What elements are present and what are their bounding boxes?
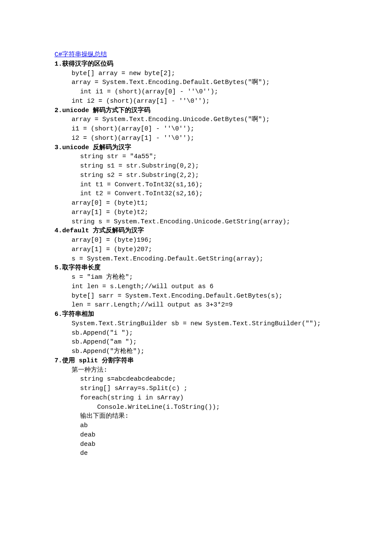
code-line: string str = "4a55";	[55, 152, 366, 162]
code-line: sb.Append("am ");	[55, 338, 366, 347]
section-7: 7.使用 split 分割字符串 第一种方法: string s=abcdeab…	[55, 356, 366, 458]
section-5: 5.取字符串长度 s = "iam 方枪枪"; int len = s.Leng…	[55, 263, 366, 310]
section-heading: 4.default 方式反解码为汉字	[55, 226, 366, 236]
code-line: string[] sArray=s.Split(c) ;	[55, 384, 366, 393]
code-line: byte[] sarr = System.Text.Encoding.Defau…	[55, 292, 366, 301]
code-line: int i2 = (short)(array[1] - ''\0'');	[55, 97, 366, 106]
code-line: s = "iam 方枪枪";	[55, 273, 366, 282]
code-line: int t1 = Convert.ToInt32(s1,16);	[55, 180, 366, 190]
code-line: string s2 = str.Substring(2,2);	[55, 171, 366, 180]
code-line: array[1] = (byte)t2;	[55, 208, 366, 217]
code-line: array = System.Text.Encoding.Default.Get…	[55, 78, 366, 87]
document-page: C#字符串操纵总结 1.获得汉字的区位码 byte[] array = new …	[0, 0, 392, 555]
code-line: array[0] = (byte)t1;	[55, 199, 366, 208]
code-line: array = System.Text.Encoding.Unicode.Get…	[55, 115, 366, 124]
code-line: s = System.Text.Encoding.Default.GetStri…	[55, 254, 366, 264]
section-heading: 2.unicode 解码方式下的汉字码	[55, 106, 366, 116]
code-line: int t2 = Convert.ToInt32(s2,16);	[55, 189, 366, 199]
code-line: de	[55, 449, 366, 458]
code-line: sb.Append("i ");	[55, 329, 366, 338]
code-line: foreach(string i in sArray)	[55, 393, 366, 403]
code-line: array[1] = (byte)207;	[55, 245, 366, 254]
code-line: len = sarr.Length;//will output as 3+3*2…	[55, 301, 366, 310]
code-line: string s = System.Text.Encoding.Unicode.…	[55, 217, 366, 227]
code-line: 第一种方法:	[55, 366, 366, 375]
section-2: 2.unicode 解码方式下的汉字码 array = System.Text.…	[55, 106, 366, 143]
section-6: 6.字符串相加 System.Text.StringBuilder sb = n…	[55, 310, 366, 356]
code-line: i1 = (short)(array[0] - ''\0'');	[55, 124, 366, 134]
title-link[interactable]: C#字符串操纵总结	[55, 51, 107, 58]
code-line: Console.WriteLine(i.ToString());	[55, 403, 366, 412]
code-line: 输出下面的结果:	[55, 412, 366, 421]
section-1: 1.获得汉字的区位码 byte[] array = new byte[2]; a…	[55, 60, 366, 106]
section-4: 4.default 方式反解码为汉字 array[0] = (byte)196;…	[55, 226, 366, 263]
code-line: deab	[55, 431, 366, 440]
section-heading: 3.unicode 反解码为汉字	[55, 143, 366, 153]
code-line: int i1 = (short)(array[0] - ''\0'');	[55, 87, 366, 97]
code-line: byte[] array = new byte[2];	[55, 69, 366, 78]
section-heading: 5.取字符串长度	[55, 263, 366, 273]
code-line: i2 = (short)(array[1] - ''\0'');	[55, 134, 366, 143]
section-heading: 1.获得汉字的区位码	[55, 60, 366, 69]
section-heading: 7.使用 split 分割字符串	[55, 356, 366, 366]
section-heading: 6.字符串相加	[55, 310, 366, 319]
code-line: int len = s.Length;//will output as 6	[55, 282, 366, 292]
code-line: array[0] = (byte)196;	[55, 236, 366, 245]
code-line: string s=abcdeabcdeabcde;	[55, 375, 366, 384]
code-line: System.Text.StringBuilder sb = new Syste…	[55, 319, 366, 329]
page-title: C#字符串操纵总结	[55, 50, 366, 60]
code-line: deab	[55, 440, 366, 449]
code-line: sb.Append("方枪枪");	[55, 347, 366, 356]
section-3: 3.unicode 反解码为汉字 string str = "4a55"; st…	[55, 143, 366, 227]
code-line: string s1 = str.Substring(0,2);	[55, 162, 366, 171]
code-line: ab	[55, 421, 366, 431]
